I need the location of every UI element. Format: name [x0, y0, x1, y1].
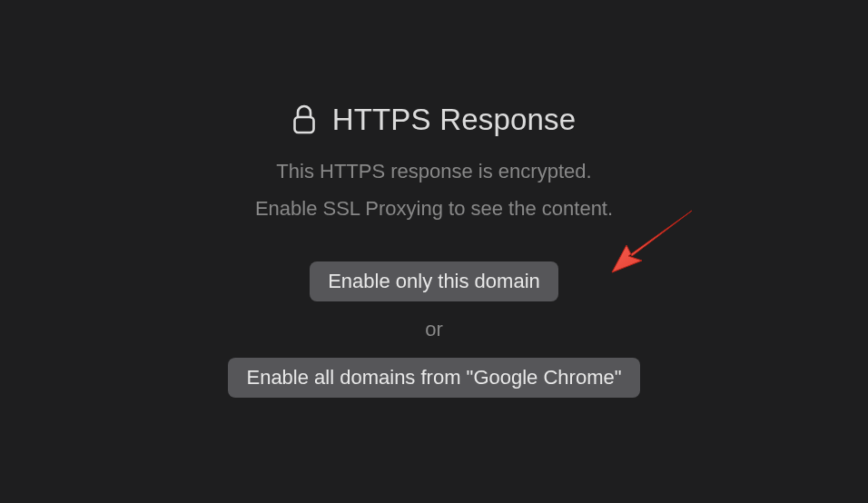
subtitle: This HTTPS response is encrypted. Enable… [255, 153, 613, 227]
enable-only-this-domain-button[interactable]: Enable only this domain [310, 261, 558, 301]
page-title: HTTPS Response [332, 103, 577, 137]
lock-icon [292, 104, 316, 135]
subtitle-line-1: This HTTPS response is encrypted. [276, 160, 591, 182]
svg-rect-0 [294, 117, 313, 133]
https-response-panel: HTTPS Response This HTTPS response is en… [228, 103, 639, 398]
title-row: HTTPS Response [292, 103, 577, 137]
subtitle-line-2: Enable SSL Proxying to see the content. [255, 197, 613, 220]
or-separator: or [425, 318, 443, 341]
enable-all-domains-button[interactable]: Enable all domains from "Google Chrome" [228, 358, 639, 398]
